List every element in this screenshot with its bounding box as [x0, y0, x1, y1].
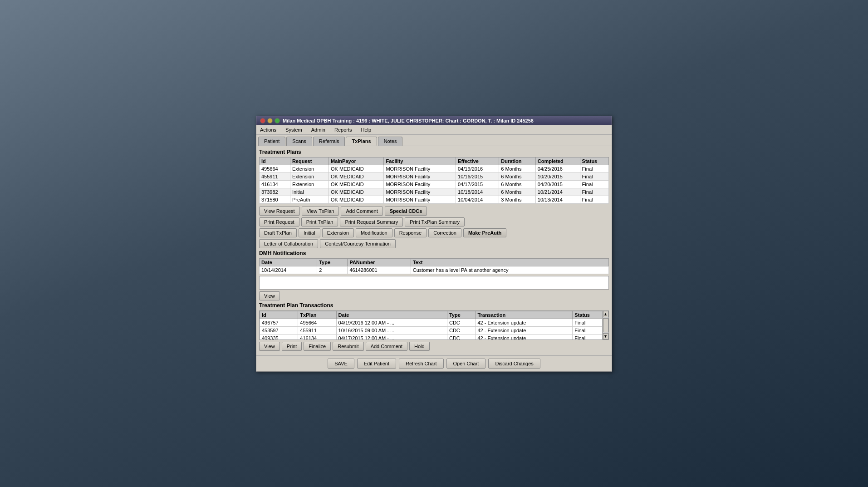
transactions-table-container: Id TxPlan Date Type Transaction Status 4…: [259, 310, 609, 340]
menu-help[interactable]: Help: [359, 126, 373, 133]
tx-col-txplan: TxPlan: [298, 311, 336, 319]
col-id: Id: [260, 157, 290, 165]
tab-txplans[interactable]: TxPlans: [346, 137, 377, 146]
menu-bar: Actions System Admin Reports Help: [256, 125, 612, 135]
table-row[interactable]: 373982InitialOK MEDICAIDMORRISON Facilit…: [260, 188, 609, 196]
print-txplan-summary-button[interactable]: Print TxPlan Summary: [405, 217, 465, 226]
scrollbar-down-button[interactable]: ▼: [603, 333, 608, 339]
view-txplan-button[interactable]: View TxPlan: [302, 207, 339, 216]
transactions-scrollbar[interactable]: ▲ ▼: [602, 311, 608, 339]
close-button[interactable]: [260, 118, 265, 123]
response-button[interactable]: Response: [394, 228, 427, 237]
button-row-1: View Request View TxPlan Add Comment Spe…: [259, 207, 609, 216]
tx-col-id: Id: [260, 311, 298, 319]
col-request: Request: [290, 157, 329, 165]
tab-notes[interactable]: Notes: [378, 137, 403, 146]
window-controls: [260, 118, 280, 123]
initial-button[interactable]: Initial: [299, 228, 320, 237]
draft-txplan-button[interactable]: Draft TxPlan: [259, 228, 297, 237]
table-row[interactable]: 10/14/201424614286001Customer has a leve…: [260, 266, 609, 274]
col-status: Status: [580, 157, 608, 165]
maximize-button[interactable]: [275, 118, 280, 123]
dmh-col-panumber: PANumber: [348, 258, 411, 266]
add-comment-button[interactable]: Add Comment: [341, 207, 383, 216]
correction-button[interactable]: Correction: [428, 228, 461, 237]
refresh-chart-button[interactable]: Refresh Chart: [399, 359, 443, 369]
edit-patient-button[interactable]: Edit Patient: [357, 359, 396, 369]
main-content: Treatment Plans Id Request MainPayor Fac…: [256, 146, 612, 355]
button-row-3: Draft TxPlan Initial Extension Modificat…: [259, 228, 609, 237]
col-duration: Duration: [499, 157, 536, 165]
tab-scans[interactable]: Scans: [286, 137, 312, 146]
tx-add-comment-button[interactable]: Add Comment: [366, 342, 407, 351]
table-row[interactable]: 416134ExtensionOK MEDICAIDMORRISON Facil…: [260, 180, 609, 188]
menu-reports[interactable]: Reports: [333, 126, 354, 133]
tab-patient[interactable]: Patient: [258, 137, 285, 146]
tx-print-button[interactable]: Print: [282, 342, 302, 351]
dmh-title: DMH Notifications: [259, 250, 609, 256]
special-cdcs-button[interactable]: Special CDCs: [385, 207, 427, 216]
tx-col-transaction: Transaction: [476, 311, 573, 319]
tx-view-button[interactable]: View: [259, 342, 280, 351]
dmh-col-type: Type: [317, 258, 348, 266]
menu-admin[interactable]: Admin: [309, 126, 327, 133]
scrollbar-thumb[interactable]: [603, 318, 608, 332]
print-request-summary-button[interactable]: Print Request Summary: [340, 217, 403, 226]
title-bar: Milan Medical OPBH Training : 4196 : WHI…: [256, 116, 612, 125]
make-preauth-button[interactable]: Make PreAuth: [463, 228, 506, 237]
tx-col-date: Date: [336, 311, 447, 319]
col-facility: Facility: [384, 157, 456, 165]
treatment-plans-title: Treatment Plans: [259, 149, 609, 155]
transactions-section: Treatment Plan Transactions Id TxPlan Da…: [259, 302, 609, 351]
table-row[interactable]: 40933541613404/17/2015 12:00 AM - ...CDC…: [260, 334, 608, 340]
tx-col-type: Type: [447, 311, 475, 319]
tabs-bar: Patient Scans Referrals TxPlans Notes: [256, 135, 612, 146]
table-row[interactable]: 371580PreAuthOK MEDICAIDMORRISON Facilit…: [260, 196, 609, 203]
col-effective: Effective: [456, 157, 499, 165]
table-row[interactable]: 49675749566404/19/2016 12:00 AM - ...CDC…: [260, 319, 608, 326]
minimize-button[interactable]: [267, 118, 273, 123]
discard-changes-button[interactable]: Discard Changes: [488, 359, 540, 369]
print-request-button[interactable]: Print Request: [259, 217, 299, 226]
dmh-empty-area: [259, 276, 609, 290]
tab-referrals[interactable]: Referrals: [313, 137, 345, 146]
button-row-2: Print Request Print TxPlan Print Request…: [259, 217, 609, 226]
scrollbar-up-button[interactable]: ▲: [603, 311, 608, 317]
bottom-bar: SAVE Edit Patient Refresh Chart Open Cha…: [256, 355, 612, 371]
table-row[interactable]: 45359745591110/16/2015 09:00 AM - ...CDC…: [260, 326, 608, 334]
transaction-button-row: View Print Finalize Resubmit Add Comment…: [259, 342, 609, 351]
transactions-title: Treatment Plan Transactions: [259, 302, 609, 309]
table-row[interactable]: 455911ExtensionOK MEDICAIDMORRISON Facil…: [260, 172, 609, 180]
menu-actions[interactable]: Actions: [258, 126, 278, 133]
extension-button[interactable]: Extension: [322, 228, 354, 237]
print-txplan-button[interactable]: Print TxPlan: [301, 217, 338, 226]
view-request-button[interactable]: View Request: [259, 207, 300, 216]
button-row-4: Letter of Collaboration Contest/Courtesy…: [259, 239, 609, 248]
table-row[interactable]: 495664ExtensionOK MEDICAIDMORRISON Facil…: [260, 165, 609, 172]
contest-courtesy-termination-button[interactable]: Contest/Courtesy Termination: [320, 239, 396, 248]
col-completed: Completed: [535, 157, 580, 165]
col-mainpayor: MainPayor: [329, 157, 384, 165]
modification-button[interactable]: Modification: [356, 228, 392, 237]
treatment-plans-table: Id Request MainPayor Facility Effective …: [259, 157, 609, 204]
transactions-table: Id TxPlan Date Type Transaction Status 4…: [260, 311, 608, 340]
open-chart-button[interactable]: Open Chart: [446, 359, 486, 369]
menu-system[interactable]: System: [284, 126, 304, 133]
dmh-view-button[interactable]: View: [259, 291, 280, 300]
tx-finalize-button[interactable]: Finalize: [304, 342, 331, 351]
main-window: Milan Medical OPBH Training : 4196 : WHI…: [256, 116, 612, 372]
dmh-table: Date Type PANumber Text 10/14/2014246142…: [259, 258, 609, 274]
dmh-col-text: Text: [411, 258, 608, 266]
tx-resubmit-button[interactable]: Resubmit: [333, 342, 363, 351]
letter-of-collaboration-button[interactable]: Letter of Collaboration: [259, 239, 318, 248]
dmh-button-row: View: [259, 291, 609, 300]
save-button[interactable]: SAVE: [328, 359, 354, 369]
dmh-col-date: Date: [260, 258, 317, 266]
tx-hold-button[interactable]: Hold: [409, 342, 430, 351]
title-text: Milan Medical OPBH Training : 4196 : WHI…: [283, 118, 534, 123]
